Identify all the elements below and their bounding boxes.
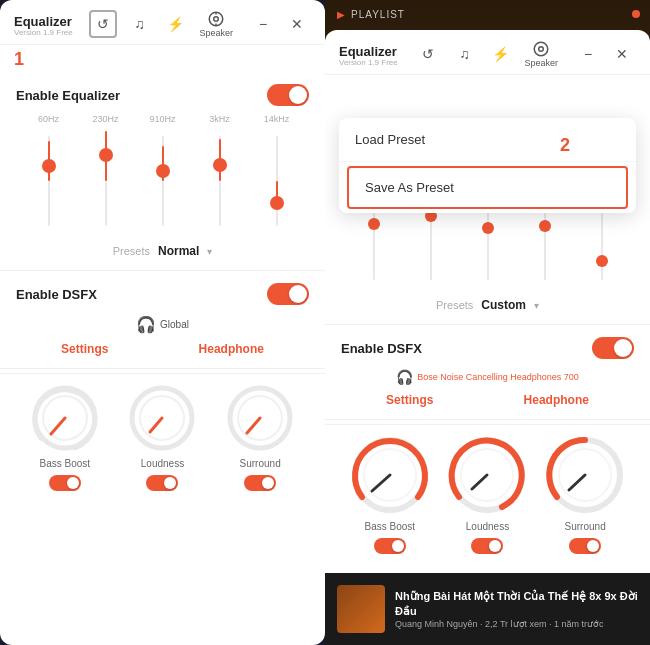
left-preset-arrow[interactable]: ▾ <box>207 246 212 257</box>
left-app-version: Version 1.9 Free <box>14 28 89 37</box>
right-speaker-btn[interactable]: Speaker <box>524 40 558 68</box>
svg-line-6 <box>51 418 65 434</box>
left-surround-knob[interactable] <box>226 384 294 452</box>
playlist-icon: ▶ <box>337 9 345 20</box>
left-loudness-knob[interactable] <box>128 384 196 452</box>
right-slider-thumb-5[interactable] <box>596 255 608 267</box>
slider-3[interactable] <box>162 136 164 226</box>
right-loudness-knob[interactable] <box>447 435 527 515</box>
left-surround-label: Surround <box>240 458 281 469</box>
right-dsfx-toggle[interactable] <box>592 337 634 359</box>
right-knob-surround: Surround <box>545 435 625 554</box>
right-music-icon-btn[interactable]: ♫ <box>450 40 478 68</box>
playlist-bar: ▶ PLAYLIST <box>325 0 650 28</box>
slider-1[interactable] <box>48 136 50 226</box>
right-device-row: 🎧 Bose Noise Cancelling Headphones 700 <box>325 367 650 389</box>
svg-line-20 <box>472 475 487 489</box>
left-surround-toggle-knob <box>262 477 274 489</box>
left-presets-label: Presets <box>113 245 150 257</box>
right-surround-toggle-knob <box>587 540 599 552</box>
svg-point-1 <box>214 17 219 22</box>
left-presets-row: Presets Normal ▾ <box>0 236 325 266</box>
svg-line-17 <box>372 475 390 491</box>
left-panel: Equalizer Version 1.9 Free ↺ ♫ ⚡ Speaker… <box>0 0 325 645</box>
left-loudness-toggle[interactable] <box>146 475 178 491</box>
left-speaker-btn[interactable]: Speaker <box>199 10 233 38</box>
left-surround-toggle[interactable] <box>244 475 276 491</box>
left-settings-btn[interactable]: Settings <box>61 342 108 356</box>
right-bass-toggle-knob <box>392 540 404 552</box>
slider-4[interactable] <box>219 136 221 226</box>
right-slider-thumb-3[interactable] <box>482 222 494 234</box>
slider-thumb-5[interactable] <box>270 196 284 210</box>
freq-labels: 60Hz 230Hz 910Hz 3kHz 14kHz <box>0 112 325 126</box>
freq-910hz: 910Hz <box>145 114 181 124</box>
left-knobs-section: Bass Boost Loudness <box>0 373 325 499</box>
right-history-icon-btn[interactable]: ↺ <box>414 40 442 68</box>
right-surround-toggle[interactable] <box>569 538 601 554</box>
slider-2[interactable] <box>105 136 107 226</box>
right-settings-btn[interactable]: Settings <box>386 393 433 407</box>
right-headphone-btn[interactable]: Headphone <box>524 393 589 407</box>
left-speaker-label: Speaker <box>199 28 233 38</box>
save-as-preset-item[interactable]: Save As Preset <box>347 166 628 209</box>
freq-3khz: 3kHz <box>202 114 238 124</box>
right-app-version: Version 1.9 Free <box>339 58 414 67</box>
history-icon-btn[interactable]: ↺ <box>89 10 117 38</box>
freq-60hz: 60Hz <box>31 114 67 124</box>
left-minimize-btn[interactable]: − <box>249 10 277 38</box>
left-knob-bass: Bass Boost <box>31 384 99 491</box>
right-preset-value: Custom <box>481 298 526 312</box>
right-loudness-toggle[interactable] <box>471 538 503 554</box>
toggle-knob <box>289 86 307 104</box>
right-bass-knob[interactable] <box>350 435 430 515</box>
left-bass-toggle[interactable] <box>49 475 81 491</box>
bluetooth-icon-btn[interactable]: ⚡ <box>161 10 189 38</box>
slider-thumb-2[interactable] <box>99 148 113 162</box>
right-bluetooth-icon-btn[interactable]: ⚡ <box>486 40 514 68</box>
left-bass-toggle-knob <box>67 477 79 489</box>
right-surround-knob[interactable] <box>545 435 625 515</box>
right-settings-row: Settings Headphone <box>325 389 650 415</box>
load-preset-item[interactable]: Load Preset <box>339 118 636 162</box>
enable-eq-toggle[interactable] <box>267 84 309 106</box>
left-device-label: Global <box>160 319 189 330</box>
right-app-title: Equalizer <box>339 44 397 59</box>
song-info: Những Bài Hát Một Thời Của Thế Hệ 8x 9x … <box>395 589 638 630</box>
enable-eq-row: Enable Equalizer <box>0 74 325 112</box>
svg-line-9 <box>150 418 162 432</box>
music-icon-btn[interactable]: ♫ <box>125 10 153 38</box>
left-knob-surround: Surround <box>226 384 294 491</box>
left-knob-loudness: Loudness <box>128 384 196 491</box>
right-bass-toggle[interactable] <box>374 538 406 554</box>
slider-thumb-1[interactable] <box>42 159 56 173</box>
eq-sliders-left <box>0 126 325 236</box>
slider-thumb-3[interactable] <box>156 164 170 178</box>
right-slider-thumb-4[interactable] <box>539 220 551 232</box>
right-knobs-section: Bass Boost Loudness <box>325 424 650 562</box>
right-eq-window: Equalizer Version 1.9 Free ↺ ♫ ⚡ Speaker… <box>325 30 650 610</box>
right-minimize-btn[interactable]: − <box>574 40 602 68</box>
right-speaker-label: Speaker <box>524 58 558 68</box>
playlist-label: PLAYLIST <box>351 9 405 20</box>
slider-thumb-4[interactable] <box>213 158 227 172</box>
right-slider-thumb-1[interactable] <box>368 218 380 230</box>
left-dsfx-toggle[interactable] <box>267 283 309 305</box>
song-title: Những Bài Hát Một Thời Của Thế Hệ 8x 9x … <box>395 589 638 620</box>
badge-1: 1 <box>14 49 24 70</box>
left-preset-value: Normal <box>158 244 199 258</box>
left-bass-label: Bass Boost <box>40 458 91 469</box>
right-preset-arrow[interactable]: ▾ <box>534 300 539 311</box>
left-app-title: Equalizer <box>14 14 72 29</box>
right-surround-label: Surround <box>565 521 606 532</box>
right-loudness-label: Loudness <box>466 521 509 532</box>
left-close-btn[interactable]: ✕ <box>283 10 311 38</box>
svg-point-14 <box>539 47 544 52</box>
right-knob-bass: Bass Boost <box>350 435 430 554</box>
svg-line-12 <box>247 418 260 433</box>
right-close-btn[interactable]: ✕ <box>608 40 636 68</box>
slider-5[interactable] <box>276 136 278 226</box>
left-headphone-btn[interactable]: Headphone <box>199 342 264 356</box>
svg-line-23 <box>569 475 585 490</box>
left-bass-knob[interactable] <box>31 384 99 452</box>
